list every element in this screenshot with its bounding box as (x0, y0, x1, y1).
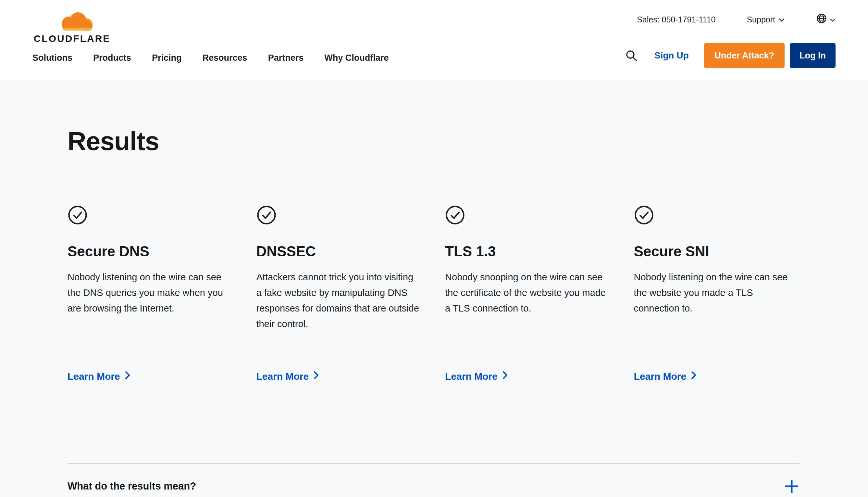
card-title: DNSSEC (256, 243, 422, 259)
nav-item-resources[interactable]: Resources (203, 53, 247, 63)
globe-icon (816, 13, 827, 26)
chevron-right-icon (124, 371, 131, 382)
nav-item-products[interactable]: Products (93, 53, 131, 63)
result-card-secure-sni: Secure SNI Nobody listening on the wire … (634, 205, 799, 382)
language-selector[interactable] (816, 13, 836, 26)
learn-more-label: Learn More (445, 371, 498, 382)
chevron-right-icon (313, 371, 319, 382)
divider (68, 463, 799, 464)
card-description: Nobody listening on the wire can see the… (68, 269, 232, 316)
utility-bar: Sales: 050-1791-1110 Support (637, 13, 836, 26)
page-title: Results (68, 80, 868, 156)
card-title: TLS 1.3 (445, 243, 610, 259)
card-title: Secure DNS (68, 243, 233, 259)
nav-item-why-cloudflare[interactable]: Why Cloudflare (324, 53, 388, 63)
cloudflare-logo[interactable]: CLOUDFLARE (32, 9, 112, 44)
header: CLOUDFLARE Sales: 050-1791-1110 Support (0, 0, 868, 80)
faq-question: What do the results mean? (68, 480, 196, 492)
header-actions: Sign Up Under Attack? Log In (624, 43, 836, 68)
result-cards: Secure DNS Nobody listening on the wire … (68, 205, 799, 382)
chevron-down-icon (830, 15, 836, 24)
learn-more-label: Learn More (256, 371, 309, 382)
log-in-button[interactable]: Log In (790, 43, 836, 68)
result-card-secure-dns: Secure DNS Nobody listening on the wire … (68, 205, 233, 382)
nav-item-solutions[interactable]: Solutions (32, 53, 72, 63)
card-description: Attackers cannot trick you into visiting… (256, 269, 421, 332)
results-section: Results Secure DNS Nobody listening on t… (0, 80, 868, 494)
check-circle-icon (68, 205, 233, 226)
result-card-tls13: TLS 1.3 Nobody snooping on the wire can … (445, 205, 610, 382)
sign-up-link[interactable]: Sign Up (654, 51, 689, 61)
plus-expand-icon[interactable] (784, 479, 799, 494)
card-title: Secure SNI (634, 243, 799, 259)
learn-more-link[interactable]: Learn More (634, 358, 697, 382)
chevron-right-icon (691, 371, 696, 382)
learn-more-link[interactable]: Learn More (68, 358, 131, 382)
search-icon[interactable] (624, 49, 638, 62)
faq-accordion-row[interactable]: What do the results mean? (68, 479, 799, 494)
cloudflare-cloud-icon (46, 9, 98, 34)
support-menu[interactable]: Support (747, 15, 785, 24)
learn-more-label: Learn More (68, 371, 120, 382)
chevron-right-icon (502, 371, 508, 382)
check-circle-icon (634, 205, 799, 226)
support-label: Support (747, 15, 775, 24)
under-attack-button[interactable]: Under Attack? (704, 43, 784, 68)
main-nav: Solutions Products Pricing Resources Par… (32, 47, 388, 69)
learn-more-label: Learn More (634, 371, 687, 382)
learn-more-link[interactable]: Learn More (256, 358, 320, 382)
chevron-down-icon (778, 15, 785, 24)
check-circle-icon (445, 205, 610, 226)
card-description: Nobody snooping on the wire can see the … (445, 269, 609, 316)
logo-wordmark: CLOUDFLARE (34, 33, 111, 44)
card-description: Nobody listening on the wire can see the… (634, 269, 798, 316)
sales-phone-link[interactable]: Sales: 050-1791-1110 (637, 15, 716, 24)
nav-item-pricing[interactable]: Pricing (152, 53, 182, 63)
nav-item-partners[interactable]: Partners (268, 53, 304, 63)
result-card-dnssec: DNSSEC Attackers cannot trick you into v… (256, 205, 422, 382)
page: CLOUDFLARE Sales: 050-1791-1110 Support (0, 0, 868, 494)
learn-more-link[interactable]: Learn More (445, 358, 508, 382)
check-circle-icon (256, 205, 422, 226)
